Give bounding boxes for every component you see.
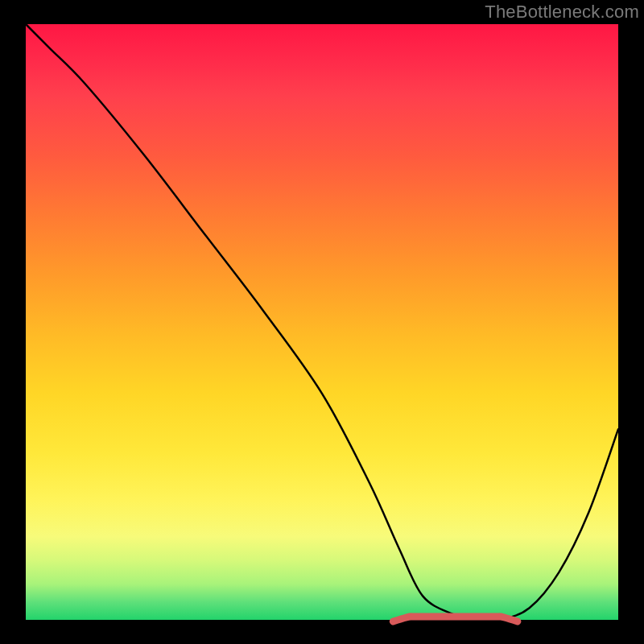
bottleneck-curve [26,24,618,621]
chart-svg [0,0,644,644]
watermark-text: TheBottleneck.com [485,2,639,23]
chart-frame: TheBottleneck.com [0,0,644,644]
